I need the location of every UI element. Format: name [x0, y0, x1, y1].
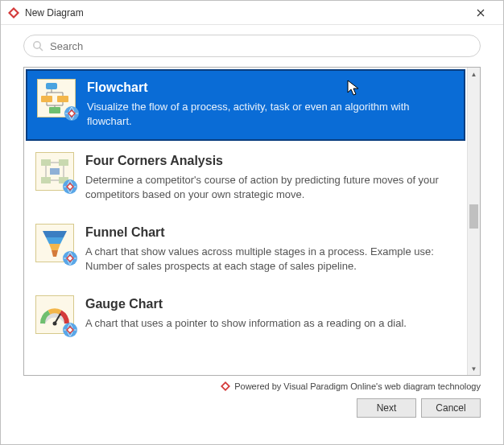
svg-rect-5	[41, 96, 52, 102]
item-title: Flowchart	[87, 80, 454, 95]
app-icon	[7, 6, 20, 19]
diagram-item-gauge-chart[interactable]: Gauge Chart A chart that uses a pointer …	[24, 286, 467, 347]
vp-badge-icon	[64, 105, 80, 122]
item-title: Four Corners Analysis	[85, 154, 456, 168]
svg-marker-21	[49, 244, 60, 250]
item-description: A chart that show values across multiple…	[85, 245, 456, 273]
vertical-scrollbar[interactable]: ▲ ▼	[467, 68, 480, 375]
svg-rect-4	[46, 83, 57, 89]
close-button[interactable]	[465, 1, 497, 25]
thumbnail-four-corners	[35, 152, 74, 191]
vp-badge-icon	[62, 322, 78, 338]
svg-rect-7	[49, 107, 60, 113]
svg-marker-20	[46, 237, 64, 244]
diagram-item-funnel-chart[interactable]: Funnel Chart A chart that show values ac…	[24, 214, 467, 286]
svg-rect-15	[50, 168, 60, 175]
scroll-down-arrow-icon[interactable]: ▼	[468, 362, 480, 375]
window-title: New Diagram	[25, 7, 465, 19]
search-field[interactable]	[23, 35, 481, 57]
vp-badge-icon	[62, 179, 78, 195]
svg-point-27	[53, 322, 57, 326]
scroll-up-arrow-icon[interactable]: ▲	[468, 68, 480, 80]
thumbnail-gauge	[35, 295, 74, 334]
button-bar: Next Cancel	[1, 395, 503, 418]
thumbnail-funnel	[35, 224, 74, 262]
diagram-list-inner: Flowchart Visualize the flow of a proces…	[24, 68, 467, 375]
item-title: Funnel Chart	[85, 225, 456, 240]
search-area	[1, 25, 503, 64]
thumbnail-flowchart	[37, 79, 76, 117]
svg-marker-22	[52, 250, 58, 257]
svg-rect-11	[41, 159, 51, 166]
vp-logo-icon	[220, 381, 231, 392]
title-bar: New Diagram	[1, 1, 503, 25]
vp-badge-icon	[62, 250, 78, 266]
cancel-button[interactable]: Cancel	[421, 398, 481, 418]
search-input[interactable]	[48, 39, 472, 53]
diagram-item-four-corners[interactable]: Four Corners Analysis Determine a compet…	[24, 142, 467, 214]
svg-rect-13	[41, 177, 51, 183]
next-button[interactable]: Next	[357, 398, 416, 418]
svg-rect-12	[59, 159, 68, 166]
diagram-list: Flowchart Visualize the flow of a proces…	[23, 67, 481, 376]
item-description: Determine a competitor's course of actio…	[85, 173, 456, 201]
item-title: Gauge Chart	[85, 297, 456, 311]
item-description: A chart that uses a pointer to show info…	[85, 316, 456, 331]
diagram-item-flowchart[interactable]: Flowchart Visualize the flow of a proces…	[26, 69, 465, 141]
svg-line-3	[39, 47, 43, 51]
powered-by-text: Powered by Visual Paradigm Online's web …	[234, 381, 481, 391]
svg-point-2	[34, 42, 40, 48]
svg-rect-6	[57, 96, 68, 102]
powered-by-line: Powered by Visual Paradigm Online's web …	[1, 376, 503, 395]
item-description: Visualize the flow of a process, activit…	[87, 100, 454, 128]
search-icon	[32, 40, 43, 52]
svg-marker-19	[43, 231, 67, 237]
scrollbar-thumb[interactable]	[469, 204, 478, 229]
